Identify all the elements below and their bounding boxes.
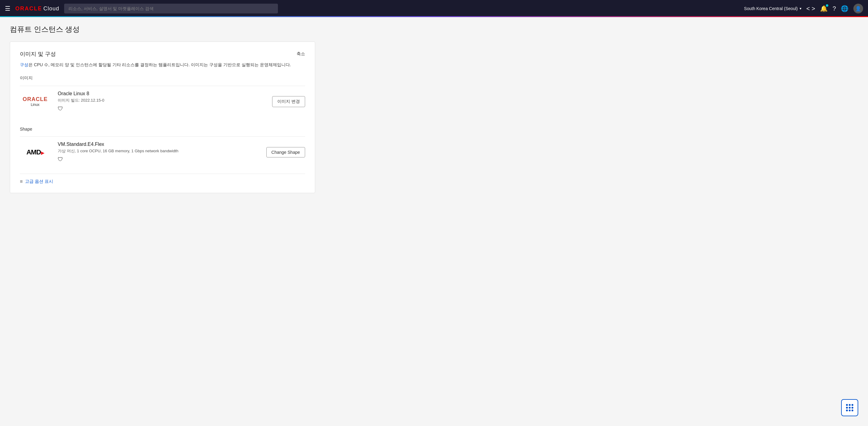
page-content: 컴퓨트 인스턴스 생성 이미지 및 구성 축소 구성은 CPU 수, 메모리 양… (0, 17, 868, 200)
oracle-logo-text: ORACLE (23, 96, 48, 102)
help-dot-5 (849, 407, 850, 408)
image-build-label: 이미지 빌드: 2022.12.15-0 (58, 98, 272, 103)
help-dot-4 (846, 407, 848, 408)
image-name: Oracle Linux 8 (58, 91, 272, 96)
help-dot-7 (846, 409, 848, 412)
region-label: South Korea Central (Seoul) (744, 6, 798, 11)
advanced-section: ≡ 고급 옵션 표시 (20, 174, 305, 184)
image-section-label: 이미지 (20, 75, 305, 81)
help-icon[interactable]: ? (833, 5, 836, 12)
collapse-button[interactable]: 축소 (297, 51, 305, 57)
help-dot-6 (851, 407, 853, 408)
help-dot-9 (851, 409, 853, 412)
oracle-logo: ORACLE Cloud (15, 5, 59, 12)
help-dot-3 (851, 404, 853, 406)
page-title: 컴퓨트 인스턴스 생성 (10, 24, 858, 34)
help-dot-8 (849, 409, 850, 412)
shape-details: 가상 머신, 1 core OCPU, 16 GB memory, 1 Gbps… (58, 148, 266, 154)
hamburger-menu-icon[interactable]: ☰ (5, 5, 10, 12)
help-dot-2 (849, 404, 850, 406)
card-description: 구성은 CPU 수, 메모리 양 및 인스턴스에 할당될 기타 리소스를 결정하… (20, 61, 305, 68)
advanced-options-link[interactable]: 고급 옵션 표시 (25, 179, 53, 184)
shape-shield-icon: 🛡 (58, 156, 266, 163)
shape-info: VM.Standard.E4.Flex 가상 머신, 1 core OCPU, … (58, 141, 266, 163)
amd-logo-text: AMD▶ (26, 148, 44, 156)
shape-row: AMD▶ VM.Standard.E4.Flex 가상 머신, 1 core O… (20, 136, 305, 167)
global-search[interactable] (64, 4, 278, 13)
cloud-brand-text: Cloud (43, 5, 59, 12)
image-config-card: 이미지 및 구성 축소 구성은 CPU 수, 메모리 양 및 인스턴스에 할당될… (10, 41, 315, 193)
region-selector[interactable]: South Korea Central (Seoul) ▾ (744, 6, 801, 11)
shape-section-label: Shape (20, 127, 305, 132)
globe-icon[interactable]: 🌐 (841, 5, 848, 12)
change-shape-button[interactable]: Change Shape (266, 147, 305, 158)
card-section-title: 이미지 및 구성 (20, 51, 56, 58)
region-chevron-icon: ▾ (800, 6, 801, 11)
image-action: 이미지 변경 (272, 96, 305, 107)
linux-logo-text: Linux (31, 102, 40, 107)
notifications-bell-icon[interactable]: 🔔 (820, 5, 828, 12)
developer-tools-icon[interactable]: < > (806, 5, 815, 12)
image-row: ORACLE Linux Oracle Linux 8 이미지 빌드: 2022… (20, 86, 305, 117)
amd-logo-area: AMD▶ (20, 148, 51, 156)
image-info: Oracle Linux 8 이미지 빌드: 2022.12.15-0 🛡 (58, 91, 272, 112)
shape-section: Shape AMD▶ VM.Standard.E4.Flex 가상 머신, 1 … (20, 127, 305, 167)
oracle-linux-logo: ORACLE Linux (23, 96, 48, 107)
config-link[interactable]: 구성 (20, 62, 28, 67)
oracle-brand-text: ORACLE (15, 5, 42, 12)
header: ☰ ORACLE Cloud South Korea Central (Seou… (0, 0, 868, 17)
search-input[interactable] (64, 4, 278, 13)
amd-arrow-icon: ▶ (41, 151, 44, 155)
shape-action: Change Shape (266, 147, 305, 158)
card-description-text: 은 CPU 수, 메모리 양 및 인스턴스에 할당될 기타 리소스를 결정하는 … (28, 62, 291, 67)
help-widget[interactable] (841, 399, 858, 416)
card-header: 이미지 및 구성 축소 (20, 51, 305, 58)
change-image-button[interactable]: 이미지 변경 (272, 96, 305, 107)
help-widget-dots (845, 403, 855, 413)
oracle-linux-logo-area: ORACLE Linux (20, 96, 51, 107)
notification-dot (826, 4, 828, 7)
advanced-options-icon: ≡ (20, 179, 23, 184)
header-right-controls: South Korea Central (Seoul) ▾ < > 🔔 ? 🌐 … (744, 4, 863, 13)
help-dot-1 (846, 404, 848, 406)
user-avatar-icon[interactable]: 👤 (853, 4, 863, 13)
shield-icon: 🛡 (58, 106, 272, 112)
shape-name: VM.Standard.E4.Flex (58, 141, 266, 147)
